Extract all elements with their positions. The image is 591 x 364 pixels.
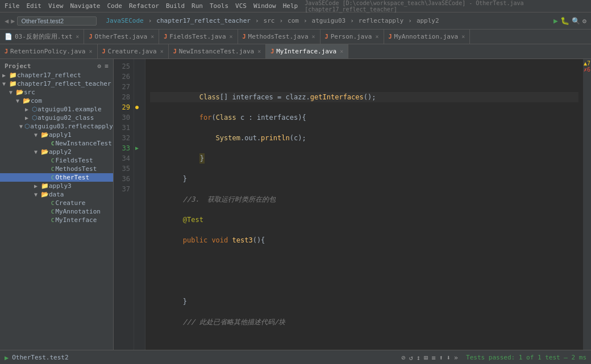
- tree-item-myannotation[interactable]: C MyAnnotation: [0, 207, 113, 216]
- menu-window[interactable]: Window: [253, 2, 276, 10]
- package-icon: ⬡: [32, 106, 38, 113]
- toolbar-btn-down[interactable]: ⬇: [447, 354, 451, 362]
- close-icon[interactable]: ×: [160, 48, 164, 55]
- menu-tools[interactable]: Tools: [210, 2, 228, 10]
- code-text[interactable]: Class[] interfaces = clazz.getInterfaces…: [145, 59, 583, 350]
- gutter-26: 26: [117, 72, 130, 82]
- tab-myannotation[interactable]: J MyAnnotation.java ×: [384, 30, 471, 44]
- menu-help[interactable]: Help: [283, 2, 298, 10]
- tree-item-chapter17-teacher[interactable]: ▼ 📁 chapter17_reflect_teacher: [0, 80, 113, 88]
- code-line-28: System.out.println(c);: [150, 133, 578, 143]
- breadcrumb-src[interactable]: src: [264, 17, 275, 24]
- run-config-icon[interactable]: ▶: [553, 16, 558, 25]
- folder-icon: 📁: [41, 182, 49, 190]
- tree-item-creature[interactable]: C Creature: [0, 199, 113, 207]
- path-input[interactable]: [17, 16, 97, 26]
- bottom-panel-title: OtherTest.test2: [12, 354, 68, 361]
- search-everywhere-icon[interactable]: 🔍: [572, 17, 580, 25]
- debug-icon[interactable]: 🐛: [560, 16, 569, 25]
- tree-item-src[interactable]: ▼ 📂 src: [0, 88, 113, 97]
- expand-arrow: ▼: [9, 89, 16, 95]
- tree-item-chapter17-reflect[interactable]: ▶ 📁 chapter17_reflect: [0, 71, 113, 80]
- tree-item-atguigu01[interactable]: ▶ ⬡ atguigu01.example: [0, 105, 113, 114]
- tab-person[interactable]: J Person.java ×: [321, 30, 384, 44]
- tab-retentionpolicy[interactable]: J RetentionPolicy.java ×: [0, 44, 98, 59]
- menu-navigate[interactable]: Navigate: [70, 2, 101, 10]
- tab-03txt[interactable]: 📄 03-反射的应用.txt ×: [0, 30, 84, 44]
- code-line-25: [150, 72, 578, 82]
- close-icon[interactable]: ×: [151, 34, 154, 40]
- tree-label: apply2: [49, 148, 72, 156]
- java-file-icon: C: [50, 166, 55, 172]
- tab-creature[interactable]: J Creature.java ×: [98, 44, 169, 59]
- tab-othertest[interactable]: J OtherTest.java ×: [84, 30, 159, 44]
- toolbar-btn-sort[interactable]: ↕: [417, 354, 421, 362]
- folder-icon: 📁: [9, 80, 17, 87]
- code-line-34: [150, 256, 578, 266]
- warning-count: ▲7: [584, 60, 590, 66]
- java-file-icon: C: [50, 141, 55, 147]
- toolbar-btn-rerun[interactable]: ↺: [409, 354, 413, 362]
- menu-edit[interactable]: Edit: [27, 2, 42, 10]
- close-icon[interactable]: ×: [461, 34, 465, 40]
- tab-myinterface[interactable]: J MyInterface.java ×: [266, 44, 348, 59]
- menu-vcs[interactable]: VCS: [235, 2, 247, 10]
- settings-icon[interactable]: ⚙: [582, 17, 586, 25]
- nav-forward-icon[interactable]: ▶: [11, 17, 15, 25]
- tree-item-atguigu02[interactable]: ▶ ⬡ atguigu02_class: [0, 114, 113, 122]
- gutter-28: 28: [117, 92, 130, 102]
- tree-item-myinterface[interactable]: C MyInterface: [0, 216, 113, 224]
- java-file-icon: C: [50, 209, 55, 215]
- java-icon: J: [389, 34, 392, 40]
- tree-item-fieldstest[interactable]: C FieldsTest: [0, 156, 113, 165]
- breadcrumb-apply2[interactable]: apply2: [417, 17, 439, 24]
- close-icon[interactable]: ×: [340, 48, 343, 55]
- tree-item-apply2[interactable]: ▼ 📂 apply2: [0, 148, 113, 156]
- tree-item-apply3[interactable]: ▶ 📁 apply3: [0, 182, 113, 190]
- tree-item-methodstest[interactable]: C MethodsTest: [0, 165, 113, 173]
- menu-code[interactable]: Code: [107, 2, 122, 10]
- tree-item-data[interactable]: ▼ 📂 data: [0, 190, 113, 199]
- toolbar-btn-expand[interactable]: ⊞: [424, 354, 428, 362]
- tree-item-atguigu03[interactable]: ▼ ⬡ atguigu03.reflectapply: [0, 122, 113, 131]
- java-icon: J: [102, 48, 106, 55]
- menu-refactor[interactable]: Refactor: [129, 2, 159, 10]
- toolbar-btn-stop[interactable]: ⊘: [401, 354, 405, 362]
- breadcrumb-reflectapply[interactable]: reflectapply: [359, 17, 403, 24]
- tree-item-othertest[interactable]: C OtherTest: [0, 173, 113, 182]
- nav-back-icon[interactable]: ◀: [5, 17, 9, 25]
- tree-label: chapter17_reflect: [17, 72, 81, 79]
- folder-icon: 📂: [41, 131, 49, 139]
- close-icon[interactable]: ×: [257, 48, 261, 55]
- tree-item-newinstancetest[interactable]: C NewInstanceTest: [0, 139, 113, 148]
- menu-run[interactable]: Run: [192, 2, 203, 10]
- expand-arrow: ▶: [2, 72, 9, 78]
- close-icon[interactable]: ×: [230, 34, 233, 40]
- gutter-34: 34: [117, 153, 130, 164]
- breadcrumb-chapter17[interactable]: chapter17_reflect_teacher: [156, 17, 251, 24]
- toolbar-btn-more[interactable]: »: [454, 354, 458, 362]
- breadcrumb-atguigu03[interactable]: atguigu03: [312, 17, 346, 24]
- tab-newinstancetest[interactable]: J NewInstanceTest.java ×: [169, 44, 267, 59]
- close-icon[interactable]: ×: [89, 48, 92, 55]
- tree-item-com[interactable]: ▼ 📂 com: [0, 97, 113, 105]
- tab-fieldstest[interactable]: J FieldsTest.java ×: [159, 30, 238, 44]
- close-icon[interactable]: ×: [376, 34, 379, 40]
- tree-item-apply1[interactable]: ▼ 📂 apply1: [0, 131, 113, 139]
- code-editor[interactable]: 25 26 27 28 29 30 31 32 33 34 35 36 37: [114, 59, 591, 350]
- close-icon[interactable]: ×: [76, 34, 79, 40]
- breadcrumb-com[interactable]: com: [288, 17, 299, 24]
- menu-build[interactable]: Build: [166, 2, 185, 10]
- toolbar-btn-filter[interactable]: ≡: [431, 354, 435, 362]
- tab-label: Person.java: [331, 33, 372, 40]
- toolbar-btn-up[interactable]: ⬆: [439, 354, 443, 362]
- sidebar-settings-icon[interactable]: ⚙ ≡: [97, 62, 109, 70]
- close-icon[interactable]: ×: [312, 34, 315, 40]
- code-line-26: Class[] interfaces = clazz.getInterfaces…: [150, 92, 578, 102]
- menu-file[interactable]: File: [5, 2, 20, 10]
- window-title: JavaSECode [D:\code\workspace_teach\Java…: [305, 0, 580, 12]
- menu-view[interactable]: View: [48, 2, 64, 10]
- file-tabs-row2: J RetentionPolicy.java × J Creature.java…: [0, 44, 591, 59]
- breadcrumb-javasecode[interactable]: JavaSECode: [106, 17, 143, 24]
- tab-methodstest[interactable]: J MethodsTest.java ×: [238, 30, 321, 44]
